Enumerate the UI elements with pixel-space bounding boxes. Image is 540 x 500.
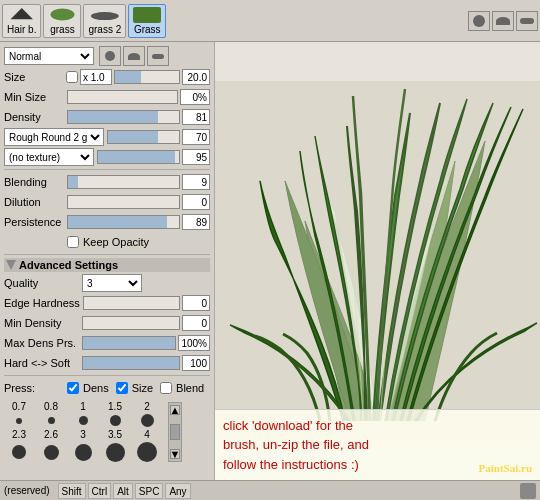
edge-hardness-row: Edge Hardness 0 [4,294,210,312]
blending-row: Blending 9 [4,173,210,191]
dilution-slider[interactable] [67,195,180,209]
density-slider[interactable] [67,110,180,124]
blending-mode-row: Normal [4,46,210,66]
shape-flat-btn[interactable] [516,11,538,31]
tab-hair-b[interactable]: Hair b. [2,4,41,38]
mode-btn-1[interactable] [99,46,121,66]
min-size-label: Min Size [4,91,64,103]
tab-label-grass: grass [50,24,74,35]
mode-btn-3[interactable] [147,46,169,66]
blending-slider[interactable] [67,175,180,189]
tab-label-grass2: grass 2 [88,24,121,35]
dot-26[interactable] [36,442,66,462]
dot-2[interactable] [132,414,162,427]
dot-07[interactable] [4,414,34,427]
shape-circle-btn[interactable] [468,11,490,31]
hard-soft-slider[interactable] [82,356,180,370]
dot-35[interactable] [100,442,130,462]
keep-opacity-row: Keep Opacity [4,233,210,251]
status-alt[interactable]: Alt [113,483,133,499]
status-spc[interactable]: SPC [135,483,164,499]
min-density-value: 0 [182,315,210,331]
size-checkbox[interactable] [66,71,78,83]
max-dens-prs-row: Max Dens Prs. 100% [4,334,210,352]
dot-3[interactable] [68,442,98,462]
blending-mode-select[interactable]: Normal [4,47,94,65]
tab-grass-active[interactable]: Grass [128,4,166,38]
scroll-down-btn[interactable]: ▼ [170,449,180,459]
persistence-value: 89 [182,214,210,230]
press-size-checkbox[interactable] [116,382,128,394]
tab-label-grass-active: Grass [134,24,161,35]
scroll-up-btn[interactable]: ▲ [170,405,180,415]
brush-shape-buttons [468,11,538,31]
blending-label: Blending [4,176,64,188]
hard-soft-label: Hard <-> Soft [4,357,79,369]
edge-hardness-value: 0 [182,295,210,311]
size-label: Size [4,71,64,83]
press-blend-checkbox[interactable] [160,382,172,394]
advanced-settings-header[interactable]: Advanced Settings [4,258,210,272]
canvas-area[interactable]: click 'download' for the brush, un-zip t… [215,42,540,480]
tab-preview-grass [48,7,76,23]
advanced-settings-label: Advanced Settings [19,259,118,271]
brush-type-value: 70 [182,129,210,145]
hard-soft-value: 100 [182,355,210,371]
dot-1[interactable] [68,414,98,427]
min-size-value: 0% [180,89,210,105]
persistence-row: Persistence 89 [4,213,210,231]
quality-label: Quality [4,277,79,289]
dot-08[interactable] [36,414,66,427]
copyright-text: (reserved) [4,485,50,496]
min-size-row: Min Size 0% [4,88,210,106]
dot-4[interactable] [132,442,162,462]
density-label: Density [4,111,64,123]
dilution-row: Dilution 0 [4,193,210,211]
status-shift[interactable]: Shift [58,483,86,499]
brush-type-slider[interactable] [107,130,180,144]
size-slider[interactable] [114,70,180,84]
shape-bump-btn[interactable] [492,11,514,31]
press-row: Press: Dens Size Blend [4,379,210,397]
tab-preview-grass-active [133,7,161,23]
press-dens-label: Dens [83,382,109,394]
max-dens-prs-label: Max Dens Prs. [4,337,79,349]
instruction-line1: click 'download' for the [223,416,532,436]
texture-slider[interactable] [97,150,180,164]
max-dens-prs-slider[interactable] [82,336,176,350]
scroll-thumb[interactable] [170,424,180,440]
advanced-arrow-icon [6,260,16,270]
tab-grass[interactable]: grass [43,4,81,38]
press-dens-checkbox[interactable] [67,382,79,394]
brush-type-row: Rough Round 2 gr 70 [4,128,210,146]
dot-15[interactable] [100,414,130,427]
blending-value: 9 [182,174,210,190]
edge-hardness-slider[interactable] [83,296,180,310]
persistence-slider[interactable] [67,215,180,229]
press-blend-label: Blend [176,382,204,394]
min-density-slider[interactable] [82,316,180,330]
keep-opacity-checkbox[interactable] [67,236,79,248]
quality-select[interactable]: 3 [82,274,142,292]
tab-label-hair: Hair b. [7,24,36,35]
watermark-text: PaintSai.ru [479,462,532,474]
max-dens-prs-value: 100% [178,335,210,351]
status-ctrl[interactable]: Ctrl [88,483,112,499]
instruction-overlay: click 'download' for the brush, un-zip t… [215,409,540,481]
tab-grass2[interactable]: grass 2 [83,4,126,38]
instruction-line2: brush, un-zip the file, and [223,435,532,455]
status-any[interactable]: Any [165,483,190,499]
texture-select[interactable]: (no texture) [4,148,94,166]
min-density-label: Min Density [4,317,79,329]
brush-type-select[interactable]: Rough Round 2 gr [4,128,104,146]
density-row: Density 81 [4,108,210,126]
min-density-row: Min Density 0 [4,314,210,332]
size-multiplier: x 1.0 [80,69,112,85]
press-label: Press: [4,382,64,394]
dilution-value: 0 [182,194,210,210]
dot-23[interactable] [4,442,34,462]
min-size-slider[interactable] [67,90,178,104]
mode-btn-2[interactable] [123,46,145,66]
quality-row: Quality 3 [4,274,210,292]
status-icon [520,483,536,499]
